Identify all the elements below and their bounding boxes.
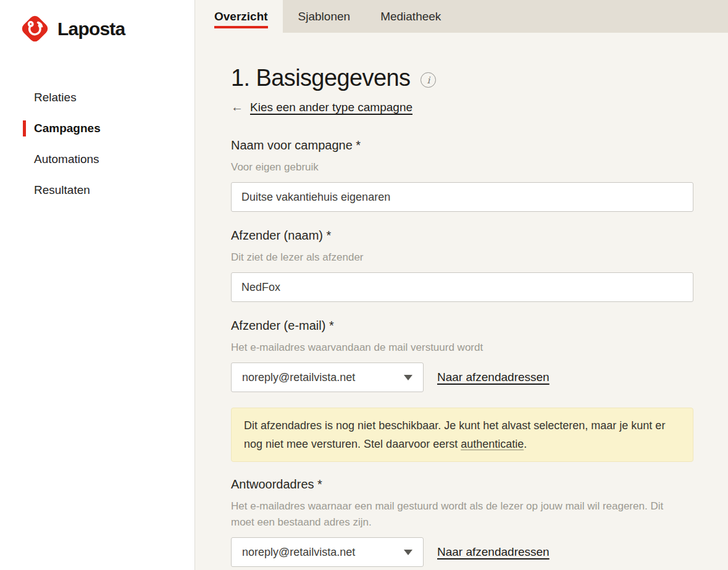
selected-option: noreply@retailvista.net — [242, 371, 355, 384]
sidebar-item-label: Automations — [34, 153, 99, 166]
sender-addresses-link[interactable]: Naar afzendadressen — [437, 545, 550, 559]
tab-label: Mediatheek — [380, 10, 441, 23]
sidebar-item-automations[interactable]: Automations — [0, 144, 195, 175]
sidebar-item-relaties[interactable]: Relaties — [0, 82, 195, 113]
info-icon[interactable]: i — [420, 72, 436, 88]
field-label: Antwoordadres * — [231, 477, 693, 492]
brand[interactable]: Laposta — [0, 0, 195, 44]
field-label: Afzender (e-mail) * — [231, 318, 693, 333]
sidebar-item-resultaten[interactable]: Resultaten — [0, 175, 195, 206]
main-area: Overzicht Sjablonen Mediatheek 1. Basisg… — [195, 0, 728, 570]
tab-label: Overzicht — [214, 10, 268, 28]
selected-option: noreply@retailvista.net — [242, 546, 355, 559]
page-content: 1. Basisgegevens i ← Kies een ander type… — [195, 33, 728, 567]
field-helper: Het e-mailadres waarvandaan de mail vers… — [231, 340, 688, 356]
tab-bar: Overzicht Sjablonen Mediatheek — [195, 0, 728, 33]
field-label: Naam voor campagne * — [231, 138, 693, 153]
sidebar-item-campagnes[interactable]: Campagnes — [0, 113, 195, 144]
reply-address-select[interactable]: noreply@retailvista.net — [231, 537, 424, 567]
sidebar-item-label: Campagnes — [34, 122, 101, 135]
tab-sjablonen[interactable]: Sjablonen — [283, 0, 366, 33]
dropdown-arrow-icon — [404, 550, 412, 555]
warning-suffix: . — [524, 438, 527, 450]
sender-addresses-link[interactable]: Naar afzendadressen — [437, 371, 550, 384]
field-helper: Dit ziet de lezer als afzender — [231, 249, 688, 266]
campaign-name-input[interactable] — [231, 182, 693, 212]
sidebar-item-label: Relaties — [34, 91, 77, 104]
authentication-link[interactable]: authenticatie — [461, 438, 524, 450]
sidebar-item-label: Resultaten — [34, 183, 90, 197]
field-helper: Voor eigen gebruik — [231, 159, 688, 175]
field-label: Afzender (naam) * — [231, 228, 693, 243]
app-root: Laposta Relaties Campagnes Automations R… — [0, 0, 728, 570]
back-link[interactable]: ← Kies een ander type campagne — [231, 100, 412, 114]
sender-warning-box: Dit afzendadres is nog niet beschikbaar.… — [231, 408, 693, 462]
sidebar-nav: Relaties Campagnes Automations Resultate… — [0, 82, 195, 206]
field-reply-address: Antwoordadres * Het e-mailadres waarnaar… — [231, 477, 693, 567]
select-row: noreply@retailvista.net Naar afzendadres… — [231, 537, 693, 567]
brand-name: Laposta — [57, 19, 125, 40]
sender-email-select[interactable]: noreply@retailvista.net — [231, 363, 424, 392]
back-link-label: Kies een ander type campagne — [250, 101, 412, 114]
back-arrow-icon: ← — [231, 100, 243, 114]
back-row: ← Kies een ander type campagne — [231, 100, 728, 114]
heading-row: 1. Basisgegevens i — [231, 65, 728, 91]
field-helper: Het e-mailadres waarnaar een mail gestuu… — [231, 498, 688, 530]
tab-label: Sjablonen — [298, 10, 351, 23]
tab-overzicht[interactable]: Overzicht — [195, 0, 283, 33]
page-title: 1. Basisgegevens — [231, 65, 410, 91]
field-sender-name: Afzender (naam) * Dit ziet de lezer als … — [231, 228, 693, 302]
field-sender-email: Afzender (e-mail) * Het e-mailadres waar… — [231, 318, 693, 392]
field-campaign-name: Naam voor campagne * Voor eigen gebruik — [231, 138, 693, 212]
active-indicator — [23, 120, 26, 136]
laposta-logo-icon — [20, 14, 50, 44]
dropdown-arrow-icon — [404, 375, 412, 380]
sidebar: Laposta Relaties Campagnes Automations R… — [0, 0, 195, 570]
select-row: noreply@retailvista.net Naar afzendadres… — [231, 363, 693, 392]
warning-text: Dit afzendadres is nog niet beschikbaar.… — [244, 419, 665, 450]
tab-mediatheek[interactable]: Mediatheek — [365, 0, 456, 33]
sender-name-input[interactable] — [231, 272, 693, 302]
